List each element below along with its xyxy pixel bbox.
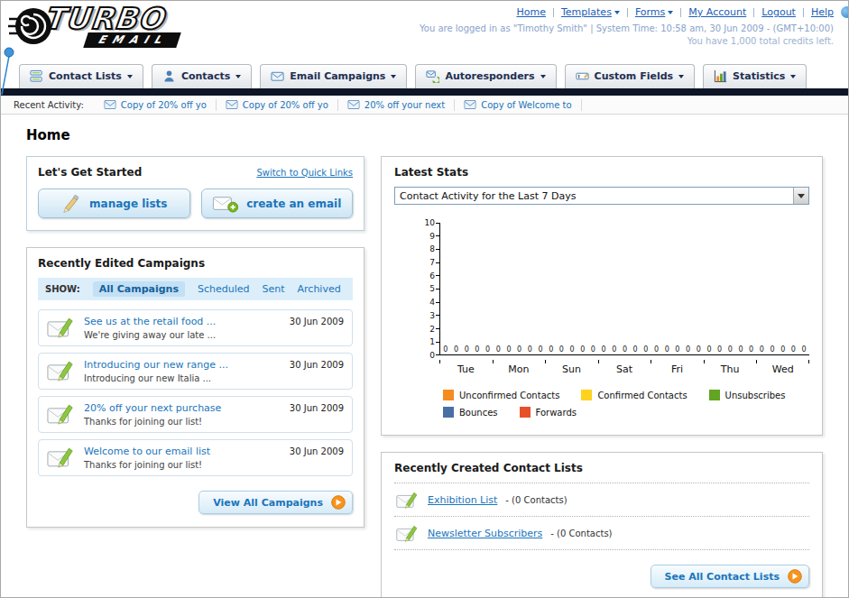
- contacts-icon: [162, 69, 176, 83]
- activity-item-label: Copy of Welcome to: [481, 100, 571, 110]
- campaign-date: 30 Jun 2009: [290, 360, 344, 370]
- chevron-down-icon: [668, 11, 673, 17]
- link-label: Logout: [761, 6, 796, 18]
- recent-activity-bar: Recent Activity: Copy of 20% off yo Copy…: [1, 96, 848, 115]
- recently-edited-campaigns-panel: Recently Edited Campaigns SHOW: All Camp…: [26, 247, 365, 528]
- top-links: Home Templates Forms My Account Logout H…: [420, 6, 834, 18]
- link-label: Home: [516, 6, 545, 18]
- show-label: SHOW:: [45, 284, 80, 294]
- tab-custom-fields[interactable]: Custom Fields: [565, 64, 696, 88]
- recent-activity-item[interactable]: Copy of 20% off yo: [95, 99, 217, 111]
- campaign-text: See us at the retail food ... We're givi…: [84, 316, 281, 340]
- contact-list-link[interactable]: Exhibition List: [428, 494, 497, 506]
- link-templates[interactable]: Templates: [554, 6, 627, 18]
- link-logout[interactable]: Logout: [754, 6, 803, 18]
- filter-all-campaigns[interactable]: All Campaigns: [93, 281, 185, 297]
- chart-legend: Unconfirmed ContactsConfirmed ContactsUn…: [443, 390, 809, 418]
- recent-contact-lists-panel: Recently Created Contact Lists Exhibitio…: [381, 452, 823, 598]
- chevron-down-icon: [614, 11, 620, 17]
- contact-list-row: Newsletter Subscribers - (0 Contacts): [394, 517, 809, 550]
- app-window: TURBO EMAIL Home Templates Forms My Acco…: [0, 0, 849, 598]
- app-logo: TURBO EMAIL: [8, 4, 179, 48]
- tab-label: Contacts: [181, 70, 230, 82]
- main-nav: Contact Lists Contacts Email Campaigns A…: [1, 59, 848, 88]
- edit-list-icon: [396, 491, 420, 509]
- contact-lists-icon: [30, 69, 43, 83]
- tab-label: Contact Lists: [49, 70, 122, 82]
- edit-campaign-icon: [47, 402, 76, 425]
- tab-statistics[interactable]: Statistics: [703, 64, 807, 88]
- link-my-account[interactable]: My Account: [681, 6, 753, 18]
- campaign-date: 30 Jun 2009: [290, 317, 344, 326]
- main-content: Home Let's Get Started Switch to Quick L…: [1, 115, 848, 598]
- campaign-row: See us at the retail food ... We're givi…: [38, 309, 353, 346]
- view-all-campaigns-button[interactable]: View All Campaigns: [198, 491, 353, 514]
- logo-text: TURBO EMAIL: [44, 4, 179, 48]
- chevron-down-icon: [793, 188, 808, 204]
- edit-campaign-icon: [47, 446, 76, 468]
- legend-item: Unsubscribes: [709, 390, 786, 400]
- recent-activity-item[interactable]: Copy of 20% off yo: [217, 99, 338, 111]
- tab-contact-lists[interactable]: Contact Lists: [19, 64, 143, 88]
- nav-divider-bar: [1, 88, 848, 96]
- contact-list-row: Exhibition List - (0 Contacts): [394, 483, 809, 517]
- tab-label: Custom Fields: [595, 70, 674, 82]
- stats-period-select[interactable]: Contact Activity for the Last 7 Days: [394, 187, 809, 205]
- link-home[interactable]: Home: [509, 6, 552, 18]
- legend-item: Forwards: [520, 407, 577, 418]
- tab-contacts[interactable]: Contacts: [152, 64, 252, 88]
- edit-list-icon: [396, 524, 420, 542]
- header: TURBO EMAIL Home Templates Forms My Acco…: [1, 1, 848, 59]
- campaign-title-link[interactable]: Welcome to our email list: [84, 446, 281, 457]
- statistics-icon: [714, 69, 727, 83]
- recent-activity-item[interactable]: 20% off your next: [338, 99, 455, 111]
- campaign-row: Introducing our new range ... Introducin…: [38, 353, 353, 390]
- envelope-icon: [464, 100, 476, 109]
- campaign-title-link[interactable]: 20% off your next purchase: [84, 402, 281, 414]
- filter-sent[interactable]: Sent: [263, 283, 285, 295]
- contact-activity-chart: 109876543210 000000000000000000000000000…: [418, 223, 809, 418]
- decoration-dot: [841, 6, 849, 18]
- activity-item-label: 20% off your next: [365, 100, 445, 110]
- chevron-down-icon: [391, 75, 396, 81]
- pencil-icon: [60, 195, 82, 213]
- arrow-circle-icon: [788, 569, 802, 584]
- tab-email-campaigns[interactable]: Email Campaigns: [260, 64, 407, 88]
- envelope-icon: [104, 100, 116, 109]
- campaign-title-link[interactable]: Introducing our new range ...: [84, 359, 281, 371]
- campaign-title-link[interactable]: See us at the retail food ...: [84, 316, 281, 327]
- select-value: Contact Activity for the Last 7 Days: [400, 190, 576, 202]
- tab-autoresponders[interactable]: Autoresponders: [415, 64, 556, 88]
- campaign-subtitle: We're giving away our late ...: [84, 330, 281, 340]
- create-email-button[interactable]: create an email: [201, 188, 354, 218]
- chevron-down-icon: [235, 75, 241, 81]
- autoresponders-icon: [426, 69, 439, 83]
- link-help[interactable]: Help: [804, 6, 834, 18]
- switch-quick-links-link[interactable]: Switch to Quick Links: [256, 168, 353, 178]
- chevron-down-icon: [790, 75, 796, 81]
- chart-x-labels: TueMonSunSatFriThuWed: [439, 360, 809, 375]
- link-forms[interactable]: Forms: [628, 6, 680, 18]
- decoration-pointer: [1, 46, 19, 98]
- filter-archived[interactable]: Archived: [298, 283, 341, 295]
- get-started-title: Let's Get Started: [38, 166, 142, 179]
- button-label: manage lists: [89, 198, 167, 210]
- manage-lists-button[interactable]: manage lists: [38, 188, 190, 218]
- campaign-text: Introducing our new range ... Introducin…: [84, 359, 281, 383]
- contact-list-detail: - (0 Contacts): [505, 495, 567, 505]
- chevron-down-icon: [540, 75, 546, 81]
- activity-item-label: Copy of 20% off yo: [121, 100, 207, 110]
- button-label: create an email: [246, 198, 341, 210]
- login-info: You are logged in as "Timothy Smith" | S…: [420, 23, 834, 33]
- filter-scheduled[interactable]: Scheduled: [198, 283, 250, 295]
- recent-activity-item[interactable]: Copy of Welcome to: [455, 99, 581, 111]
- header-right: Home Templates Forms My Account Logout H…: [420, 6, 834, 46]
- logo-title: TURBO: [42, 4, 180, 34]
- link-label: Templates: [561, 6, 612, 18]
- see-all-contact-lists-button[interactable]: See All Contact Lists: [651, 565, 809, 588]
- campaign-text: Welcome to our email list Thanks for joi…: [84, 446, 281, 470]
- latest-stats-panel: Latest Stats Contact Activity for the La…: [381, 156, 823, 436]
- envelope-icon: [347, 100, 360, 109]
- contact-list-link[interactable]: Newsletter Subscribers: [428, 528, 542, 539]
- page-title: Home: [26, 127, 823, 143]
